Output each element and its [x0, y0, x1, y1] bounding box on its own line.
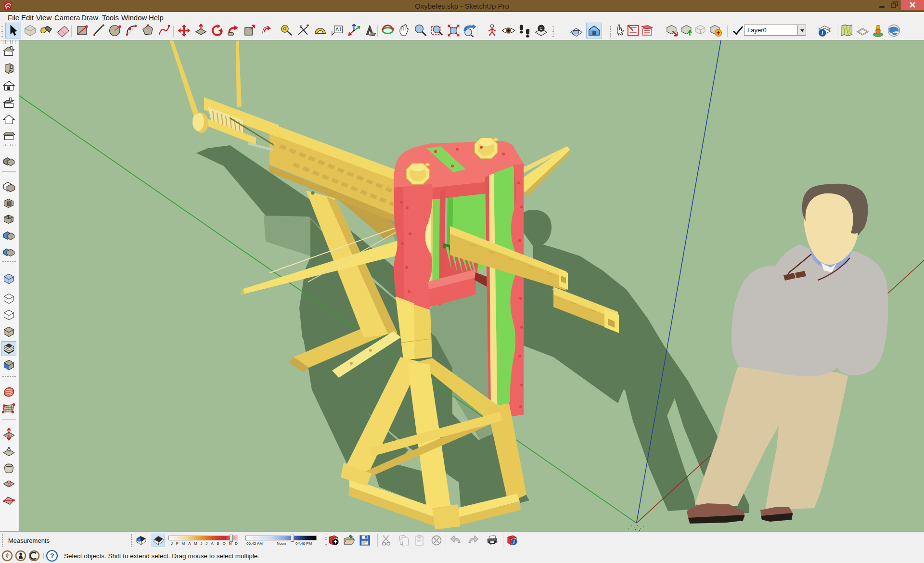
svg-text:?: ? [50, 552, 54, 560]
svg-text:A1: A1 [335, 26, 342, 32]
svg-text:3: 3 [299, 24, 302, 29]
svg-text:C: C [540, 26, 543, 31]
